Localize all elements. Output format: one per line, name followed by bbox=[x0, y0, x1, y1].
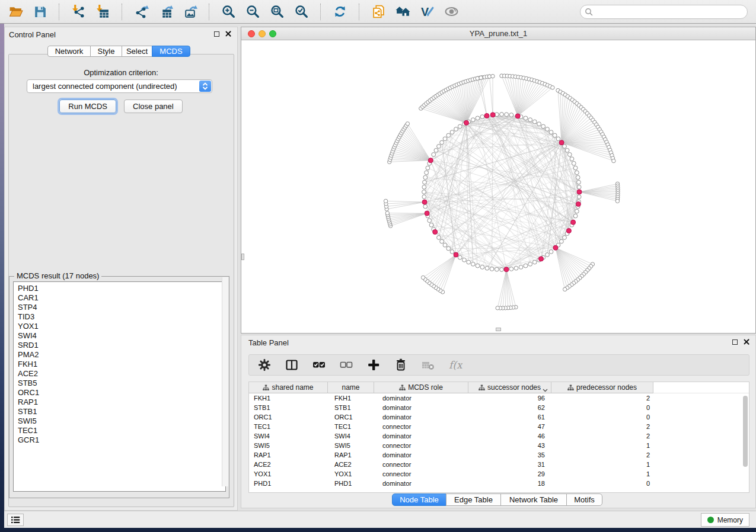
mcds-result-item[interactable]: STP4 bbox=[18, 303, 225, 312]
task-history-button[interactable] bbox=[7, 514, 24, 526]
select-all-icon[interactable] bbox=[312, 358, 326, 372]
mcds-hub-node bbox=[553, 245, 558, 250]
mcds-result-item[interactable]: SWI5 bbox=[18, 416, 225, 426]
save-icon[interactable] bbox=[31, 4, 48, 20]
import-table-icon[interactable] bbox=[94, 4, 111, 20]
mcds-result-item[interactable]: RAP1 bbox=[18, 398, 225, 407]
bottom-divider-grip[interactable] bbox=[496, 328, 501, 331]
control-panel: Control Panel NetworkStyleSelectMCDS Opt… bbox=[4, 27, 238, 511]
settings-gear-icon[interactable] bbox=[257, 358, 272, 372]
refresh-icon[interactable] bbox=[331, 4, 348, 20]
tab-select[interactable]: Select bbox=[122, 46, 152, 57]
table-row[interactable]: STB1STB1dominator620 bbox=[249, 403, 749, 412]
network-canvas[interactable] bbox=[241, 40, 755, 333]
cell-successor-nodes: 29 bbox=[468, 469, 551, 479]
mcds-result-item[interactable]: CAR1 bbox=[18, 293, 225, 303]
mcds-hub-node bbox=[428, 158, 433, 163]
mcds-list-scrollbar[interactable] bbox=[222, 277, 228, 486]
import-network-icon[interactable] bbox=[70, 4, 87, 20]
clone-network-icon[interactable] bbox=[370, 4, 387, 20]
mcds-result-item[interactable]: TID3 bbox=[18, 312, 225, 322]
zoom-fit-icon[interactable] bbox=[269, 4, 285, 20]
mcds-result-item[interactable]: SWI4 bbox=[18, 331, 225, 341]
export-network-icon[interactable] bbox=[133, 4, 149, 20]
mcds-result-item[interactable]: ACE2 bbox=[18, 369, 225, 379]
mcds-result-item[interactable]: STB5 bbox=[18, 379, 225, 388]
status-bar: Memory bbox=[4, 511, 756, 528]
close-panel-button[interactable]: Close panel bbox=[124, 100, 183, 113]
cell-shared-name: FKH1 bbox=[249, 393, 328, 403]
table-row[interactable]: FKH1FKH1dominator962 bbox=[249, 393, 749, 403]
table-panel-close-icon[interactable] bbox=[744, 339, 749, 345]
column-header-successor-nodes[interactable]: successor nodes bbox=[468, 382, 551, 393]
table-body[interactable]: FKH1FKH1dominator962STB1STB1dominator620… bbox=[249, 393, 749, 488]
table-row[interactable]: SWI5SWI5connector431 bbox=[249, 441, 749, 450]
column-header-predecessor-nodes[interactable]: predecessor nodes bbox=[551, 382, 653, 393]
mcds-result-item[interactable]: PHD1 bbox=[18, 284, 225, 293]
tab-edge-table[interactable]: Edge Table bbox=[446, 493, 501, 506]
column-header-name[interactable]: name bbox=[328, 382, 374, 393]
tab-network-table[interactable]: Network Table bbox=[500, 493, 567, 506]
left-divider-grip[interactable] bbox=[241, 254, 244, 260]
table-scrollbar[interactable] bbox=[743, 396, 748, 467]
tab-motifs[interactable]: Motifs bbox=[566, 493, 602, 506]
control-panel-title: Control Panel bbox=[9, 30, 56, 39]
eye-icon[interactable] bbox=[443, 4, 460, 20]
table-row[interactable]: TEC1TEC1connector472 bbox=[249, 422, 749, 431]
search-input[interactable] bbox=[580, 5, 748, 19]
mcds-result-item[interactable]: ORC1 bbox=[18, 388, 225, 398]
network-window-titlebar[interactable]: YPA_prune.txt_1 bbox=[241, 27, 755, 40]
cell-name: ORC1 bbox=[328, 412, 374, 422]
delete-column-icon[interactable] bbox=[394, 358, 408, 372]
mcds-result-item[interactable]: SRD1 bbox=[18, 341, 225, 350]
zoom-selected-icon[interactable] bbox=[293, 4, 310, 20]
table-row[interactable]: ORC1ORC1dominator610 bbox=[249, 412, 749, 422]
mcds-hub-node bbox=[571, 220, 576, 225]
split-panel-icon[interactable] bbox=[285, 358, 299, 372]
memory-button[interactable]: Memory bbox=[701, 513, 749, 527]
tab-style[interactable]: Style bbox=[90, 46, 122, 57]
run-mcds-button[interactable]: Run MCDS bbox=[59, 100, 116, 113]
add-column-icon[interactable] bbox=[366, 358, 381, 372]
mcds-result-list[interactable]: PHD1CAR1STP4TID3YOX1SWI4SRD1PMA2FKH1ACE2… bbox=[13, 281, 226, 492]
application-background: Control Panel NetworkStyleSelectMCDS Opt… bbox=[4, 24, 756, 528]
control-panel-float-icon[interactable] bbox=[214, 31, 219, 37]
mcds-result-item[interactable]: YOX1 bbox=[18, 322, 225, 331]
tab-network[interactable]: Network bbox=[47, 46, 91, 57]
network-view-window: YPA_prune.txt_1 bbox=[241, 27, 756, 334]
control-panel-close-icon[interactable] bbox=[225, 31, 231, 37]
control-panel-tabs: NetworkStyleSelectMCDS bbox=[47, 46, 190, 57]
table-panel-float-icon[interactable] bbox=[732, 339, 738, 345]
mcds-result-item[interactable]: FKH1 bbox=[18, 360, 225, 369]
mcds-result-item[interactable]: GCR1 bbox=[18, 435, 225, 445]
tab-mcds[interactable]: MCDS bbox=[152, 46, 190, 57]
toolbar-separator bbox=[320, 4, 321, 20]
cell-shared-name: YOX1 bbox=[249, 469, 328, 479]
memory-status-icon bbox=[707, 517, 714, 523]
vizmap-icon[interactable]: V bbox=[419, 4, 435, 20]
mcds-hub-node bbox=[425, 211, 429, 216]
zoom-out-icon[interactable] bbox=[244, 4, 261, 20]
deselect-all-icon[interactable] bbox=[339, 358, 353, 372]
column-header-MCDS-role[interactable]: MCDS role bbox=[374, 382, 468, 393]
table-row[interactable]: ACE2ACE2connector311 bbox=[249, 460, 749, 469]
export-image-icon[interactable] bbox=[181, 4, 198, 20]
sort-chevron-icon[interactable] bbox=[543, 386, 548, 394]
mcds-hub-node bbox=[433, 230, 438, 235]
houses-icon[interactable] bbox=[394, 4, 411, 20]
optimization-criterion-select[interactable]: largest connected component (undirected) bbox=[27, 79, 212, 93]
table-row[interactable]: SWI4SWI4dominator462 bbox=[249, 431, 749, 441]
export-table-icon[interactable] bbox=[157, 4, 174, 20]
table-row[interactable]: RAP1RAP1dominator352 bbox=[249, 450, 749, 460]
tab-node-table[interactable]: Node Table bbox=[392, 493, 446, 506]
open-file-icon[interactable] bbox=[7, 4, 24, 20]
cell-predecessor-nodes: 1 bbox=[551, 460, 653, 469]
column-header-shared-name[interactable]: shared name bbox=[249, 382, 328, 393]
cell-successor-nodes: 31 bbox=[468, 460, 551, 469]
mcds-result-item[interactable]: PMA2 bbox=[18, 350, 225, 360]
table-row[interactable]: YOX1YOX1connector291 bbox=[249, 469, 749, 479]
table-row[interactable]: PHD1PHD1dominator180 bbox=[249, 479, 749, 488]
mcds-result-item[interactable]: TEC1 bbox=[18, 426, 225, 435]
zoom-in-icon[interactable] bbox=[220, 4, 237, 20]
mcds-result-item[interactable]: STB1 bbox=[18, 407, 225, 416]
